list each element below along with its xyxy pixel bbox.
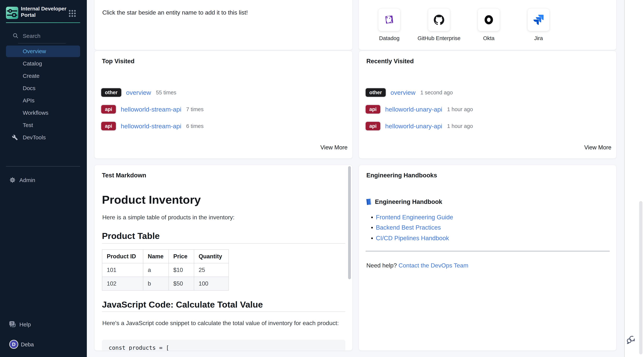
- card-title: Test Markdown: [102, 172, 146, 179]
- bullet-dot: [371, 217, 373, 218]
- markdown-paragraph: Here's a JavaScript code snippet to calc…: [102, 319, 341, 327]
- test-markdown-card: Test Markdown Product Inventory Here is …: [94, 165, 352, 351]
- divider: [366, 251, 610, 252]
- apps-grid-icon[interactable]: [68, 9, 76, 18]
- portal-logo-icon: [6, 7, 18, 19]
- kind-badge: api: [101, 122, 116, 130]
- table-header: Quantity: [194, 250, 229, 263]
- table-cell: a: [143, 263, 169, 277]
- bullet-dot: [371, 237, 373, 239]
- kind-badge: api: [101, 105, 116, 114]
- portal-title: Internal Developer Portal: [21, 6, 68, 18]
- view-more-button[interactable]: View More: [584, 144, 612, 151]
- handbook-list-item: CI/CD Pipelines Handbook: [371, 234, 449, 242]
- kind-badge: api: [366, 105, 380, 114]
- avatar: D: [9, 340, 18, 349]
- sidebar-item-test[interactable]: Test: [6, 119, 80, 131]
- entity-link[interactable]: helloworld-stream-api: [121, 106, 181, 113]
- entity-link[interactable]: overview: [390, 89, 416, 96]
- view-more-button[interactable]: View More: [320, 144, 348, 151]
- product-table: Product ID Name Price Quantity 101 a $10…: [102, 249, 229, 291]
- wrench-icon: [12, 135, 18, 140]
- handbook-link[interactable]: Backend Best Practices: [376, 224, 441, 231]
- help-line: Need help? Contact the DevOps Team: [366, 262, 468, 269]
- visited-row: api helloworld-unary-api 1 hour ago: [366, 105, 473, 114]
- table-cell: $10: [169, 263, 194, 277]
- kind-badge: other: [366, 88, 386, 97]
- divider: [6, 166, 80, 167]
- integration-label: Okta: [463, 35, 515, 42]
- card-title: Top Visited: [102, 58, 134, 65]
- entity-link[interactable]: helloworld-stream-api: [121, 123, 181, 130]
- integration-label: Datadog: [363, 35, 415, 42]
- visited-row: api helloworld-unary-api 1 hour ago: [366, 121, 473, 131]
- integration-tile-github[interactable]: [428, 9, 450, 31]
- sidebar-item-admin[interactable]: Admin: [6, 174, 80, 186]
- card-scrollbar[interactable]: [348, 166, 351, 279]
- sidebar-item-create[interactable]: Create: [6, 70, 80, 82]
- sidebar-item-label: Docs: [23, 85, 36, 91]
- sidebar-item-apis[interactable]: APIs: [6, 95, 80, 106]
- table-cell: 101: [102, 263, 143, 277]
- entity-link[interactable]: helloworld-unary-api: [385, 106, 442, 113]
- table-cell: $50: [169, 277, 194, 290]
- table-cell: b: [143, 277, 169, 290]
- handbook-link[interactable]: Frontend Engineering Guide: [376, 214, 453, 221]
- markdown-paragraph: Here is a simple table of products in th…: [102, 214, 234, 221]
- visit-count: 6 times: [186, 123, 204, 129]
- visit-count: 7 times: [186, 106, 204, 113]
- sidebar-item-workflows[interactable]: Workflows: [6, 107, 80, 119]
- visited-row: other overview 55 times: [101, 88, 176, 97]
- visited-row: api helloworld-stream-api 6 times: [101, 121, 204, 131]
- handbook-section-title: Engineering Handbook: [375, 198, 442, 205]
- book-icon: [365, 198, 372, 206]
- accent-divider: [6, 22, 80, 23]
- sidebar-item-docs[interactable]: Docs: [6, 83, 80, 94]
- chat-bubbles-icon[interactable]: [626, 335, 636, 345]
- code-block: const products = [: [102, 340, 345, 351]
- table-header: Name: [143, 250, 169, 263]
- card-title: Engineering Handbooks: [366, 172, 437, 179]
- starred-empty-message: Click the star beside an entity name to …: [102, 9, 248, 16]
- integration-tile-okta[interactable]: [478, 9, 500, 31]
- handbook-list-item: Frontend Engineering Guide: [371, 213, 453, 221]
- sidebar-item-overview[interactable]: Overview: [6, 46, 80, 57]
- help-prefix: Need help?: [366, 262, 397, 269]
- devops-contact-link[interactable]: Contact the DevOps Team: [398, 262, 468, 269]
- github-icon: [434, 15, 444, 25]
- integration-tile-jira[interactable]: [528, 9, 550, 31]
- visit-time: 1 second ago: [420, 90, 453, 96]
- page-scrollbar[interactable]: [639, 201, 642, 354]
- sidebar-item-label: Overview: [23, 48, 46, 55]
- table-header-row: Product ID Name Price Quantity: [102, 250, 229, 263]
- sidebar-item-catalog[interactable]: Catalog: [6, 58, 80, 69]
- sidebar-item-help[interactable]: ? Help: [6, 318, 80, 330]
- engineering-handbooks-card: Engineering Handbooks Engineering Handbo…: [359, 165, 616, 351]
- table-row: 102 b $50 100: [102, 277, 229, 290]
- table-cell: 102: [102, 277, 143, 290]
- table-cell: 25: [194, 263, 229, 277]
- entity-link[interactable]: helloworld-unary-api: [385, 123, 442, 130]
- sidebar-item-label: Catalog: [23, 61, 42, 67]
- markdown-h1: Product Inventory: [102, 193, 201, 206]
- sidebar-item-label: Test: [23, 122, 33, 128]
- markdown-h2: Product Table: [102, 231, 160, 241]
- visited-row: api helloworld-stream-api 7 times: [101, 105, 204, 114]
- entity-link[interactable]: overview: [126, 89, 151, 96]
- help-chat-icon: ?: [8, 320, 17, 329]
- divider: [102, 311, 345, 312]
- sidebar-item-label: APIs: [23, 97, 34, 104]
- card-title: Recently Visited: [366, 58, 414, 65]
- table-cell: 100: [194, 277, 229, 290]
- handbook-section-heading: Engineering Handbook: [365, 198, 442, 205]
- handbook-link[interactable]: CI/CD Pipelines Handbook: [376, 235, 449, 242]
- search-input[interactable]: Search: [0, 32, 87, 42]
- sidebar-item-devtools[interactable]: DevTools: [6, 132, 80, 143]
- kind-badge: api: [366, 122, 380, 130]
- okta-icon: [484, 15, 494, 25]
- divider: [18, 43, 66, 44]
- sidebar-item-user[interactable]: D Deba: [6, 339, 80, 350]
- search-icon: [13, 33, 18, 39]
- integration-tile-datadog[interactable]: [378, 9, 400, 31]
- starred-entities-card: Click the star beside an entity name to …: [94, 0, 352, 50]
